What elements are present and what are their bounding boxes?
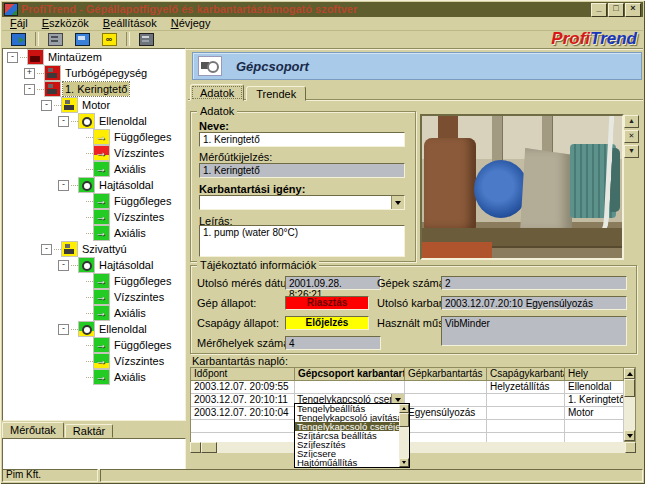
log-row[interactable]: 2003.12.07. 20:10:11Tengelykapcsoló cser… — [191, 394, 635, 407]
table-horizontal-scrollbar[interactable] — [190, 442, 636, 453]
log-cell[interactable]: 1. Keringtető — [565, 394, 624, 407]
dropdown-option[interactable]: Tengelykapcsoló javítása — [295, 413, 399, 422]
photo-image-button[interactable]: ✕ — [624, 130, 639, 143]
collapse-icon[interactable]: - — [58, 324, 69, 335]
tree-node-label: Függőleges — [112, 194, 174, 208]
scroll-up-icon[interactable] — [399, 404, 409, 413]
dropdown-option[interactable]: Tengelykapcsoló cseréje — [295, 422, 399, 431]
tree-node-axi-lis[interactable]: Axiális — [3, 305, 185, 321]
maximize-button[interactable]: □ — [608, 3, 624, 17]
tree-node-f-gg-leges[interactable]: Függőleges — [3, 193, 185, 209]
scroll-down-icon[interactable] — [399, 458, 409, 467]
photo-down-button[interactable]: ▼ — [624, 145, 639, 158]
empty-row[interactable] — [191, 420, 635, 433]
maintenance-need-combo[interactable] — [199, 195, 405, 210]
tab-adatok[interactable]: Adatok — [190, 84, 244, 101]
dropdown-option[interactable]: Szíjtárcsa beállítás — [295, 431, 399, 440]
log-cell[interactable]: Helyzetállítás — [487, 381, 565, 394]
minimize-button[interactable]: _ — [591, 3, 607, 17]
dropdown-scroll-thumb[interactable] — [399, 413, 409, 427]
tree-node-v-zszintes[interactable]: Vízszintes — [3, 289, 185, 305]
log-cell[interactable]: Egyensúlyozás — [405, 407, 487, 420]
tab-trendek[interactable]: Trendek — [246, 86, 306, 101]
close-button[interactable]: × — [625, 3, 641, 17]
toolbar-exit-button[interactable] — [7, 31, 29, 47]
log-cell[interactable] — [487, 407, 565, 420]
empty-cell — [487, 420, 565, 433]
bearing-icon — [79, 178, 94, 192]
tree-node-f-gg-leges[interactable]: Függőleges — [3, 337, 185, 353]
log-cell[interactable]: Motor — [565, 407, 624, 420]
maintenance-need-dropdown-icon[interactable] — [391, 196, 404, 209]
tree-node-axi-lis[interactable]: Axiális — [3, 161, 185, 177]
log-row[interactable]: 2003.12.07. 20:10:04EgyensúlyozásMotor — [191, 407, 635, 420]
tree-node-1-keringtet-[interactable]: -1. Keringtető — [3, 81, 185, 97]
dropdown-option[interactable]: Szíjfeszítés — [295, 440, 399, 449]
tree-node-minta-zem[interactable]: -Mintaüzem — [3, 49, 185, 65]
dropdown-option[interactable]: Hajtóműállítás — [295, 458, 399, 467]
log-cell[interactable]: 2003.12.07. 20:09:55 — [191, 381, 295, 394]
scroll-right-icon[interactable] — [625, 442, 636, 453]
tab-mérőutak[interactable]: Mérőutak — [2, 422, 64, 438]
tree-connector — [86, 361, 93, 362]
collapse-icon[interactable]: - — [7, 52, 18, 63]
tree-node-turb-g-pegys-g[interactable]: +Turbógépegység — [3, 65, 185, 81]
collapse-icon[interactable]: - — [24, 84, 35, 95]
toolbar-database-button[interactable] — [71, 31, 93, 47]
tree-node-ellenoldal[interactable]: -Ellenoldal — [3, 113, 185, 129]
expand-icon[interactable]: + — [24, 68, 35, 79]
tree-node-hajt-soldal[interactable]: -Hajtásoldal — [3, 177, 185, 193]
log-cell[interactable]: Ellenoldal — [565, 381, 624, 394]
tree-node-ellenoldal[interactable]: -Ellenoldal — [3, 321, 185, 337]
log-cell[interactable]: 2003.12.07. 20:10:11 — [191, 394, 295, 407]
tree-node-motor[interactable]: -Motor — [3, 97, 185, 113]
vertical-scroll-thumb[interactable] — [624, 379, 635, 397]
tree-node-hajt-soldal[interactable]: -Hajtásoldal — [3, 257, 185, 273]
photo-up-button[interactable]: ▲ — [624, 115, 639, 128]
scroll-down-icon[interactable] — [624, 430, 635, 441]
log-cell[interactable]: 2003.12.07. 20:10:04 — [191, 407, 295, 420]
tab-raktár[interactable]: Raktár — [65, 424, 113, 438]
toolbar-inspection-button[interactable]: ∞ — [98, 31, 120, 47]
log-cell[interactable] — [405, 381, 487, 394]
tree-node-axi-lis[interactable]: Axiális — [3, 225, 185, 241]
machine-tree[interactable]: -Mintaüzem+Turbógépegység-1. Keringtető-… — [2, 48, 186, 421]
name-input[interactable] — [199, 132, 405, 147]
inspection-icon: ∞ — [102, 33, 117, 46]
tree-node-axi-lis[interactable]: Axiális — [3, 369, 185, 385]
dropdown-option[interactable]: Szíjcsere — [295, 449, 399, 458]
collapse-icon[interactable]: - — [58, 260, 69, 271]
tree-node-szivatty-[interactable]: -Szivattyú — [3, 241, 185, 257]
toolbar-calculator-button[interactable] — [135, 31, 157, 47]
machine-icon — [62, 242, 77, 256]
collapse-icon[interactable]: - — [58, 180, 69, 191]
tree-node-v-zszintes[interactable]: Vízszintes — [3, 145, 185, 161]
toolbar-instrument-button[interactable] — [44, 31, 66, 47]
table-vertical-scrollbar[interactable] — [624, 368, 635, 441]
menu-item-beállítások[interactable]: Beállítások — [97, 17, 163, 30]
dropdown-scrollbar[interactable] — [399, 404, 409, 467]
log-row[interactable]: 2003.12.07. 20:09:55HelyzetállításElleno… — [191, 381, 635, 394]
left-tab-strip: MérőutakRaktár — [2, 422, 114, 438]
log-cell[interactable] — [295, 381, 405, 394]
dropdown-option[interactable]: Tengelybeállítás — [295, 404, 399, 413]
info-label: Csapágy állapot: — [197, 317, 279, 329]
scroll-up-icon[interactable] — [624, 368, 635, 379]
horizontal-scroll-thumb[interactable] — [201, 442, 217, 453]
tree-node-v-zszintes[interactable]: Vízszintes — [3, 353, 185, 369]
tree-node-f-gg-leges[interactable]: Függőleges — [3, 129, 185, 145]
description-textarea[interactable]: 1. pump (water 80°C) — [199, 225, 405, 257]
collapse-icon[interactable]: - — [58, 116, 69, 127]
collapse-icon[interactable]: - — [41, 244, 52, 255]
tree-node-v-zszintes[interactable]: Vízszintes — [3, 209, 185, 225]
menu-item-fájl[interactable]: Fájl — [4, 17, 34, 30]
main-panel: Gépcsoport AdatokTrendek Adatok Neve: Mé… — [188, 47, 643, 470]
menu-item-eszközök[interactable]: Eszközök — [36, 17, 95, 30]
log-cell[interactable] — [405, 394, 487, 407]
tree-node-f-gg-leges[interactable]: Függőleges — [3, 273, 185, 289]
collapse-icon[interactable]: - — [41, 100, 52, 111]
log-cell[interactable] — [487, 394, 565, 407]
measurement-route-list[interactable] — [2, 438, 186, 470]
menu-item-névjegy[interactable]: Névjegy — [165, 17, 217, 30]
scroll-left-icon[interactable] — [190, 442, 201, 453]
